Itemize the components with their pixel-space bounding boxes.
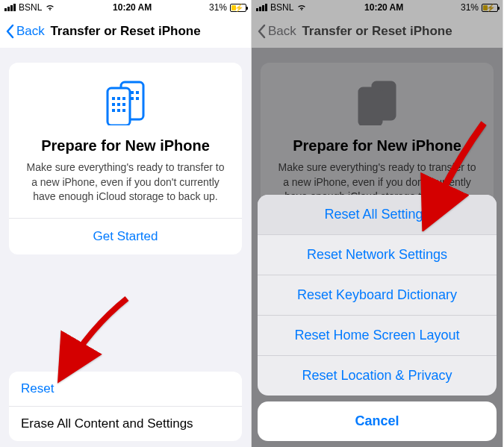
transfer-phones-icon bbox=[21, 81, 230, 128]
reset-action-sheet: Reset All Settings Reset Network Setting… bbox=[258, 195, 497, 441]
time-label: 10:20 AM bbox=[364, 2, 403, 13]
wifi-icon bbox=[296, 4, 307, 11]
cancel-button[interactable]: Cancel bbox=[258, 401, 497, 441]
sheet-options-group: Reset All Settings Reset Network Setting… bbox=[258, 195, 497, 396]
reset-button[interactable]: Reset bbox=[9, 372, 242, 406]
status-bar: BSNL 10:20 AM 31% ⚡ bbox=[0, 0, 251, 15]
svg-rect-7 bbox=[108, 88, 130, 125]
status-bar: BSNL 10:20 AM 31% ⚡ bbox=[252, 0, 503, 15]
svg-rect-3 bbox=[136, 91, 139, 94]
svg-rect-15 bbox=[117, 109, 120, 112]
svg-rect-12 bbox=[117, 103, 120, 106]
reset-all-settings-button[interactable]: Reset All Settings bbox=[258, 195, 497, 234]
svg-rect-13 bbox=[122, 103, 125, 106]
back-label: Back bbox=[16, 24, 45, 39]
back-label: Back bbox=[268, 24, 296, 39]
nav-bar: Back Transfer or Reset iPhone bbox=[252, 15, 503, 48]
svg-rect-6 bbox=[136, 97, 139, 100]
prepare-card: Prepare for New iPhone Make sure everyth… bbox=[9, 63, 242, 254]
card-title: Prepare for New iPhone bbox=[273, 137, 482, 154]
reset-keyboard-button[interactable]: Reset Keyboard Dictionary bbox=[258, 275, 497, 315]
screen-transfer-reset: BSNL 10:20 AM 31% ⚡ Back Transfer or Res… bbox=[0, 0, 252, 447]
svg-rect-10 bbox=[122, 97, 125, 100]
battery-icon: ⚡ bbox=[230, 4, 246, 12]
reset-network-button[interactable]: Reset Network Settings bbox=[258, 234, 497, 275]
screen-reset-sheet: BSNL 10:20 AM 31% ⚡ Back Transfer or Res… bbox=[252, 0, 503, 447]
back-button[interactable]: Back bbox=[6, 24, 45, 39]
time-label: 10:20 AM bbox=[113, 2, 152, 13]
battery-pct-label: 31% bbox=[209, 2, 227, 13]
signal-icon bbox=[4, 4, 16, 11]
svg-rect-11 bbox=[112, 103, 115, 106]
chevron-left-icon bbox=[258, 24, 267, 39]
card-text: Make sure everything's ready to transfer… bbox=[21, 160, 230, 204]
signal-icon bbox=[256, 4, 267, 11]
svg-rect-5 bbox=[131, 97, 134, 100]
erase-all-button[interactable]: Erase All Content and Settings bbox=[9, 406, 242, 441]
svg-rect-2 bbox=[131, 91, 134, 94]
get-started-button[interactable]: Get Started bbox=[21, 219, 230, 254]
content-area: Prepare for New iPhone Make sure everyth… bbox=[0, 48, 251, 447]
carrier-label: BSNL bbox=[270, 2, 293, 13]
carrier-label: BSNL bbox=[19, 2, 42, 13]
reset-home-screen-button[interactable]: Reset Home Screen Layout bbox=[258, 315, 497, 355]
battery-icon: ⚡ bbox=[482, 4, 498, 12]
reset-options-list: Reset Erase All Content and Settings bbox=[9, 372, 242, 441]
wifi-icon bbox=[45, 4, 55, 11]
svg-rect-14 bbox=[112, 109, 115, 112]
nav-bar: Back Transfer or Reset iPhone bbox=[0, 15, 251, 48]
svg-rect-18 bbox=[359, 88, 382, 125]
svg-rect-8 bbox=[112, 97, 115, 100]
card-title: Prepare for New iPhone bbox=[21, 137, 230, 154]
transfer-phones-icon bbox=[273, 81, 482, 128]
back-button[interactable]: Back bbox=[258, 24, 296, 39]
battery-pct-label: 31% bbox=[461, 2, 479, 13]
chevron-left-icon bbox=[6, 24, 15, 39]
svg-rect-16 bbox=[122, 109, 125, 112]
reset-location-privacy-button[interactable]: Reset Location & Privacy bbox=[258, 355, 497, 396]
svg-rect-9 bbox=[117, 97, 120, 100]
